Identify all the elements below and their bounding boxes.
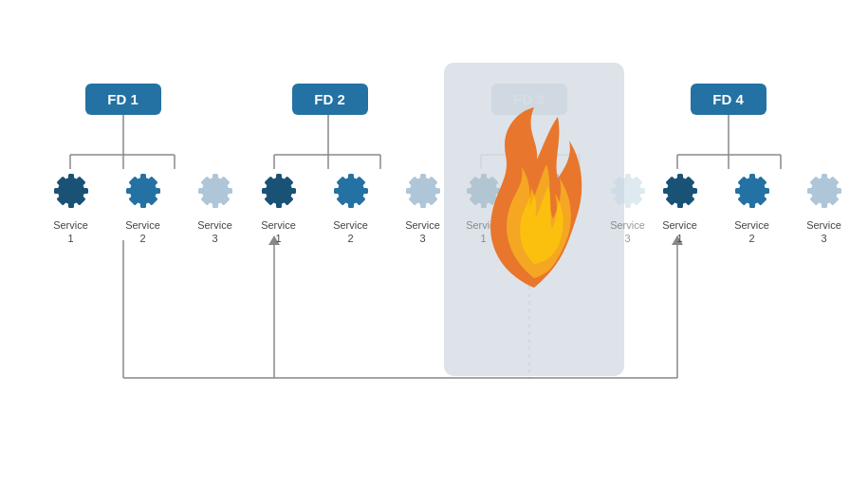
- fd4-box: FD 4: [691, 84, 766, 115]
- gear-icon: [194, 169, 237, 213]
- service-group-fd1: Service1 Service2 Service3: [44, 169, 243, 246]
- gear-icon: [121, 169, 165, 213]
- service-label: Service2: [125, 218, 160, 246]
- fd1-box: FD 1: [85, 84, 161, 115]
- fire-icon: [482, 103, 586, 292]
- service-item: Service3: [188, 169, 243, 246]
- service-label: Service1: [662, 218, 697, 246]
- service-item: Service3: [600, 169, 656, 246]
- service-item: Service1: [653, 169, 708, 246]
- fd2-box: FD 2: [292, 84, 368, 115]
- service-label: Service1: [53, 218, 88, 246]
- service-group-fd2: Service1 Service2 Service3: [251, 169, 451, 246]
- gear-icon: [329, 169, 373, 213]
- service-item: Service1: [251, 169, 306, 246]
- service-item: Service2: [725, 169, 780, 246]
- service-label: Service3: [806, 218, 841, 246]
- diagram: FD 1 FD 2 FD 3 FD 4 Service1 Service2 Se…: [27, 46, 842, 444]
- gear-icon: [658, 169, 702, 213]
- service-label: Service2: [734, 218, 769, 246]
- gear-icon: [606, 169, 650, 213]
- service-label: Service3: [610, 218, 645, 246]
- service-group-fd4: Service1 Service2 Service3: [653, 169, 852, 246]
- service-item: Service2: [323, 169, 379, 246]
- service-item: Service2: [116, 169, 171, 246]
- service-label: Service2: [333, 218, 368, 246]
- gear-icon: [730, 169, 774, 213]
- service-label: Service1: [261, 218, 296, 246]
- service-label: Service3: [405, 218, 440, 246]
- gear-icon: [401, 169, 445, 213]
- service-item: Service3: [396, 169, 451, 246]
- gear-icon: [803, 169, 846, 213]
- gear-icon: [49, 169, 93, 213]
- service-item: Service1: [44, 169, 99, 246]
- gear-icon: [257, 169, 301, 213]
- service-label: Service3: [197, 218, 232, 246]
- service-item: Service3: [797, 169, 852, 246]
